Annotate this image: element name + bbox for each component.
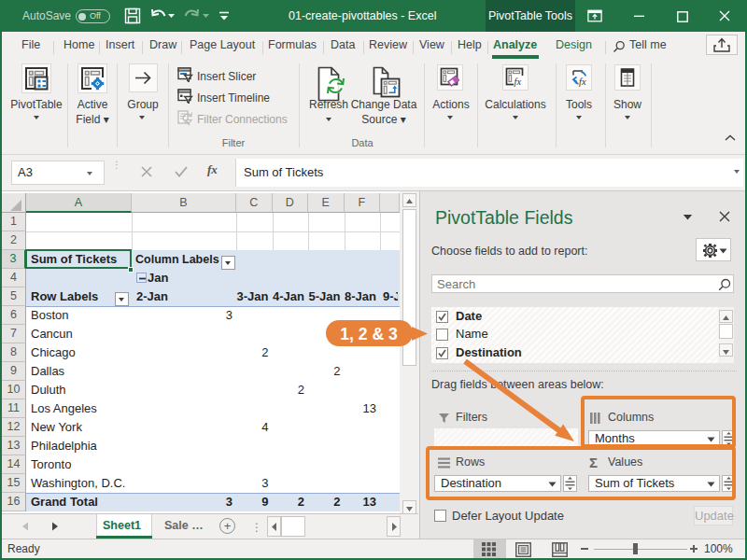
svg-text:fx: fx — [579, 77, 586, 87]
svg-text:fx: fx — [514, 77, 522, 87]
